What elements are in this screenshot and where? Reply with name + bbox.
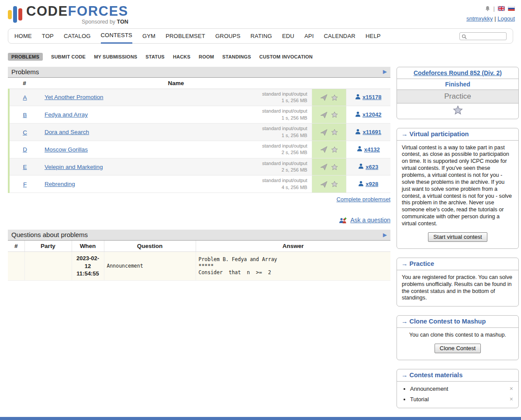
problem-name-link[interactable]: Moscow Gorillas	[45, 146, 88, 153]
nav-item-catalog[interactable]: CATALOG	[64, 28, 91, 44]
sponsored-brand: TON	[117, 19, 128, 25]
subnav-item-status[interactable]: STATUS	[145, 54, 165, 59]
clone-contest-button[interactable]: Clone Contest	[435, 344, 481, 353]
subnav-item-custom-invocation[interactable]: CUSTOM INVOCATION	[259, 54, 313, 59]
flag-ru-icon[interactable]	[508, 6, 515, 11]
logo-text: CODEFORCES	[26, 4, 128, 19]
contest-favorite-star-icon[interactable]	[453, 105, 463, 115]
submit-plane-icon[interactable]	[320, 94, 328, 101]
username-link[interactable]: sntmxykky	[466, 15, 493, 22]
material-tutorial-link[interactable]: Tutorial	[410, 396, 429, 403]
close-icon[interactable]: ×	[510, 396, 513, 403]
logo-bars-icon	[8, 5, 22, 24]
problems-caption: Problems	[11, 68, 39, 76]
material-announcement-link[interactable]: Announcement	[410, 386, 448, 392]
codeforces-logo[interactable]: CODEFORCES Sponsored by TON	[8, 4, 128, 25]
problem-letter-link[interactable]: C	[23, 129, 27, 136]
nav-item-contests[interactable]: CONTESTS	[101, 28, 132, 44]
problems-table: # Name A Yet Another Promotionstandard i…	[8, 78, 390, 193]
virtual-participation-text: Virtual contest is a way to take part in…	[402, 145, 514, 227]
solved-count-link[interactable]: x623	[358, 163, 378, 170]
favorite-star-icon[interactable]	[331, 181, 338, 188]
problem-row: B Fedya and Arraystandard input/output1 …	[9, 106, 390, 124]
problem-name-link[interactable]: Yet Another Promotion	[45, 94, 104, 100]
clone-contest-text: You can clone this contest to a mashup.	[402, 332, 514, 339]
submit-plane-icon[interactable]	[320, 181, 328, 188]
problem-io: standard input/output	[262, 143, 307, 149]
problem-name-link[interactable]: Fedya and Array	[45, 111, 88, 118]
sponsored-prefix: Sponsored by	[82, 19, 117, 25]
problem-row: A Yet Another Promotionstandard input/ou…	[9, 89, 390, 106]
nav-item-edu[interactable]: EDU	[282, 28, 294, 44]
problem-limits: 4 s, 256 MB	[262, 184, 307, 191]
nav-item-problemset[interactable]: PROBLEMSET	[166, 28, 205, 44]
problem-letter-link[interactable]: A	[23, 94, 27, 101]
clone-contest-title: → Clone Contest to Mashup	[397, 316, 518, 328]
materials-list: Announcement × Tutorial ×	[397, 386, 518, 403]
expand-arrow-icon[interactable]: ▶	[383, 69, 387, 74]
separator: |	[494, 15, 496, 22]
favorite-star-icon[interactable]	[331, 111, 338, 118]
question-answer: Problem B. Fedya and Array ***** Conside…	[196, 252, 390, 281]
complete-problemset-link[interactable]: Complete problemset	[336, 196, 390, 203]
problems-caption-bar: Problems ▶	[8, 67, 390, 78]
solved-count-link[interactable]: x4132	[357, 146, 380, 153]
nav-item-help[interactable]: HELP	[366, 28, 381, 44]
questions-caption-bar: Questions about problems ▶	[8, 230, 390, 241]
subnav-item-problems[interactable]: PROBLEMS	[8, 53, 43, 61]
solver-person-icon	[357, 146, 362, 153]
answer-line: *****	[199, 263, 388, 269]
problem-name-link[interactable]: Velepin and Marketing	[45, 164, 103, 170]
nav-item-groups[interactable]: GROUPS	[215, 28, 241, 44]
problem-name-link[interactable]: Rebrending	[45, 181, 75, 187]
q-col-party: Party	[24, 241, 72, 252]
nav-item-home[interactable]: HOME	[14, 28, 32, 44]
submit-plane-icon[interactable]	[320, 129, 328, 136]
solved-count: x12042	[362, 111, 381, 118]
favorite-star-icon[interactable]	[331, 129, 338, 136]
nav-item-rating[interactable]: RATING	[251, 28, 272, 44]
nav-item-gym[interactable]: GYM	[142, 28, 155, 44]
submit-plane-icon[interactable]	[320, 163, 328, 171]
close-icon[interactable]: ×	[510, 385, 513, 392]
user-row: sntmxykky | Logout	[466, 15, 515, 22]
nav-item-calendar[interactable]: CALENDAR	[324, 28, 355, 44]
subnav-item-hacks[interactable]: HACKS	[173, 54, 190, 59]
problem-letter-link[interactable]: B	[23, 112, 27, 118]
bell-icon[interactable]	[485, 6, 490, 11]
material-item: Announcement ×	[410, 386, 514, 392]
problem-row: E Velepin and Marketingstandard input/ou…	[9, 158, 390, 176]
subnav-item-standings[interactable]: STANDINGS	[222, 54, 251, 59]
submit-plane-icon[interactable]	[320, 146, 328, 153]
subnav-item-my-submissions[interactable]: MY SUBMISSIONS	[94, 54, 137, 59]
favorite-star-icon[interactable]	[331, 146, 338, 153]
nav-item-top[interactable]: TOP	[42, 28, 54, 44]
expand-arrow-icon[interactable]: ▶	[383, 232, 387, 238]
nav-item-api[interactable]: API	[304, 28, 314, 44]
favorite-star-icon[interactable]	[331, 94, 338, 101]
start-virtual-contest-button[interactable]: Start virtual contest	[428, 232, 487, 242]
subnav-item-room[interactable]: ROOM	[199, 54, 214, 59]
subnav-item-submit-code[interactable]: SUBMIT CODE	[51, 54, 86, 59]
flag-uk-icon[interactable]	[498, 6, 505, 11]
solved-count-link[interactable]: x15178	[355, 94, 381, 101]
contest-materials-title: → Contest materials	[397, 369, 518, 382]
contest-mode: Practice	[397, 90, 518, 103]
logout-link[interactable]: Logout	[497, 15, 515, 22]
solved-count-link[interactable]: x928	[358, 181, 378, 188]
problem-row: F Rebrendingstandard input/output4 s, 25…	[9, 176, 390, 193]
submit-plane-icon[interactable]	[320, 111, 328, 119]
problem-letter-link[interactable]: E	[23, 164, 27, 170]
search-box	[459, 32, 507, 40]
problem-letter-link[interactable]: F	[23, 181, 27, 188]
page: CODEFORCES Sponsored by TON | sntmxykky …	[0, 0, 521, 420]
solved-count-link[interactable]: x11691	[355, 129, 381, 136]
contest-title-link[interactable]: Codeforces Round 852 (Div. 2)	[414, 69, 502, 76]
solved-count-link[interactable]: x12042	[355, 111, 381, 118]
ask-question-link[interactable]: Ask a question	[350, 217, 390, 224]
favorite-star-icon[interactable]	[331, 164, 338, 171]
problem-letter-link[interactable]: D	[23, 146, 27, 153]
problem-name-link[interactable]: Dora and Search	[45, 129, 89, 135]
virtual-participation-box: → Virtual participation Virtual contest …	[397, 128, 519, 249]
logo-code: CODE	[26, 3, 68, 19]
